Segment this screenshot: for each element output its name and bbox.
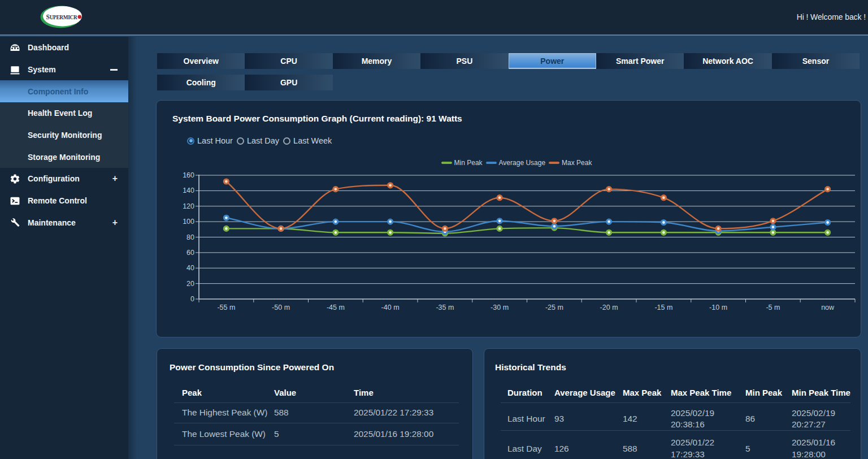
svg-text:0: 0 <box>190 295 194 303</box>
svg-text:-50 m: -50 m <box>272 304 290 311</box>
svg-text:-35 m: -35 m <box>436 304 454 311</box>
svg-text:80: 80 <box>186 233 194 241</box>
svg-text:SUPERMICR: SUPERMICR <box>46 14 77 21</box>
svg-text:20: 20 <box>186 280 194 288</box>
svg-text:-20 m: -20 m <box>600 304 618 311</box>
svg-text:-5 m: -5 m <box>766 304 780 311</box>
svg-text:-25 m: -25 m <box>545 304 563 311</box>
svg-text:-15 m: -15 m <box>654 304 672 311</box>
svg-text:40: 40 <box>186 264 194 272</box>
svg-text:-40 m: -40 m <box>381 304 400 311</box>
svg-text:-45 m: -45 m <box>327 304 345 311</box>
svg-text:100: 100 <box>183 218 194 226</box>
svg-text:-55 m: -55 m <box>217 304 235 311</box>
svg-text:-10 m: -10 m <box>709 304 727 311</box>
svg-text:160: 160 <box>183 171 194 179</box>
svg-text:140: 140 <box>183 187 194 194</box>
svg-text:120: 120 <box>183 202 194 210</box>
svg-text:-30 m: -30 m <box>491 304 509 311</box>
svg-text:now: now <box>821 304 835 311</box>
svg-text:60: 60 <box>186 249 194 257</box>
